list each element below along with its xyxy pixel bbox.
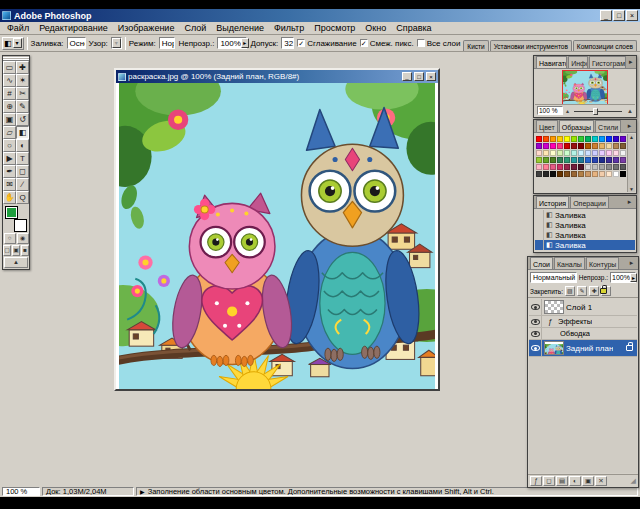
history-source-box[interactable]: [535, 240, 544, 250]
history-state[interactable]: ◧Заливка: [535, 230, 635, 240]
color-swatch[interactable]: [578, 143, 584, 149]
color-swatch[interactable]: [606, 157, 612, 163]
history-source-box[interactable]: [535, 210, 544, 220]
color-swatch[interactable]: [564, 143, 570, 149]
color-swatch[interactable]: [599, 171, 605, 177]
color-swatch[interactable]: [557, 171, 563, 177]
pattern-picker[interactable]: ▾: [111, 37, 122, 49]
color-swatch[interactable]: [620, 150, 626, 156]
tool-type[interactable]: T: [16, 152, 29, 165]
color-swatch[interactable]: [620, 143, 626, 149]
well-tab-layer-comps[interactable]: Композиции слоев: [573, 40, 637, 51]
tab-info[interactable]: Инфо: [568, 56, 588, 68]
color-swatch[interactable]: [613, 136, 619, 142]
color-swatch[interactable]: [550, 157, 556, 163]
scroll-up-icon[interactable]: ▲: [629, 134, 634, 140]
color-swatch[interactable]: [578, 164, 584, 170]
tool-pen[interactable]: ✒: [3, 165, 16, 178]
opacity-input[interactable]: 100% ▸: [217, 37, 247, 49]
color-swatch[interactable]: [536, 164, 542, 170]
color-swatch[interactable]: [606, 164, 612, 170]
document-close-button[interactable]: ×: [426, 72, 436, 81]
delete-layer-button[interactable]: ✕: [595, 476, 607, 486]
screen-mode-full-menubar-button[interactable]: ▣: [12, 245, 20, 256]
color-swatch[interactable]: [550, 136, 556, 142]
slider-knob[interactable]: [593, 108, 598, 115]
color-swatch[interactable]: [599, 143, 605, 149]
status-zoom-input[interactable]: 100 %: [2, 487, 40, 496]
menu-window[interactable]: Окно: [360, 23, 391, 33]
tool-brush[interactable]: ✎: [16, 100, 29, 113]
menu-filter[interactable]: Фильтр: [269, 23, 309, 33]
all-layers-checkbox[interactable]: Все слои: [417, 39, 461, 48]
effects-label[interactable]: Эффекты: [558, 317, 592, 326]
color-swatch[interactable]: [578, 136, 584, 142]
color-swatch[interactable]: [557, 164, 563, 170]
tab-styles[interactable]: Стили: [595, 120, 621, 132]
color-swatch[interactable]: [571, 171, 577, 177]
screen-mode-standard-button[interactable]: ▢: [3, 245, 11, 256]
palette-menu-icon[interactable]: ▸: [625, 120, 634, 132]
foreground-color-chip[interactable]: [5, 206, 18, 219]
color-swatch[interactable]: [543, 143, 549, 149]
navigator-zoom-slider[interactable]: [572, 106, 624, 116]
tool-rectangular-marquee[interactable]: ▭: [3, 61, 16, 74]
dropdown-arrow-icon[interactable]: ▾: [13, 38, 22, 48]
tab-paths[interactable]: Контуры: [586, 257, 619, 269]
tool-clone-stamp[interactable]: ▣: [3, 113, 16, 126]
lock-position-button[interactable]: ✚: [589, 286, 599, 296]
menu-layer[interactable]: Слой: [179, 23, 211, 33]
tool-move[interactable]: ✚: [16, 61, 29, 74]
color-swatch[interactable]: [564, 171, 570, 177]
checkbox-box[interactable]: [417, 39, 425, 47]
well-tab-brushes[interactable]: Кисти: [463, 40, 488, 51]
color-swatch[interactable]: [592, 157, 598, 163]
resize-grip-icon[interactable]: ◢: [631, 477, 636, 485]
color-swatch[interactable]: [550, 143, 556, 149]
menu-image[interactable]: Изображение: [113, 23, 180, 33]
color-swatch[interactable]: [550, 164, 556, 170]
tool-shape[interactable]: ◻: [16, 165, 29, 178]
lock-all-button[interactable]: [601, 286, 611, 296]
tool-slice[interactable]: ✂: [16, 87, 29, 100]
stroke-effect-label[interactable]: Обводка: [560, 329, 590, 338]
color-swatch[interactable]: [599, 157, 605, 163]
color-swatch[interactable]: [543, 171, 549, 177]
document-minimize-button[interactable]: _: [402, 72, 412, 81]
color-swatch[interactable]: [557, 136, 563, 142]
tab-navigator[interactable]: Навигатор: [536, 56, 567, 68]
tab-histogram[interactable]: Гистограмма: [589, 56, 626, 68]
color-swatch[interactable]: [578, 171, 584, 177]
document-titlebar[interactable]: раскраска.jpg @ 100% (Задний план, RGB/8…: [116, 70, 438, 83]
tool-magic-wand[interactable]: ✶: [16, 74, 29, 87]
tool-crop[interactable]: #: [3, 87, 16, 100]
color-swatch[interactable]: [536, 171, 542, 177]
quick-mask-button[interactable]: ◉: [17, 233, 29, 244]
color-swatch[interactable]: [536, 157, 542, 163]
color-swatch[interactable]: [592, 150, 598, 156]
color-swatch[interactable]: [585, 164, 591, 170]
color-swatch[interactable]: [557, 143, 563, 149]
menu-view[interactable]: Просмотр: [309, 23, 360, 33]
layer-row-stroke[interactable]: Обводка: [529, 328, 637, 340]
color-swatch[interactable]: [606, 171, 612, 177]
checkbox-box[interactable]: ✓: [360, 39, 368, 47]
visibility-toggle[interactable]: [529, 316, 542, 327]
navigator-zoom-value[interactable]: 100 %: [537, 106, 563, 115]
menu-help[interactable]: Справка: [391, 23, 436, 33]
dropdown-arrow-icon[interactable]: ▾: [112, 38, 121, 48]
fill-source-dropdown[interactable]: Основной цв. ▾: [67, 37, 86, 49]
color-swatch[interactable]: [585, 171, 591, 177]
layer-thumbnail[interactable]: [544, 300, 564, 314]
color-swatch[interactable]: [599, 150, 605, 156]
color-swatch[interactable]: [620, 136, 626, 142]
color-swatch[interactable]: [606, 150, 612, 156]
layer-row-layer-1[interactable]: Слой 1: [529, 299, 637, 316]
layer-name[interactable]: Слой 1: [566, 303, 592, 312]
color-swatch[interactable]: [557, 157, 563, 163]
color-swatch[interactable]: [557, 150, 563, 156]
adjustment-layer-button[interactable]: ◐: [569, 476, 581, 486]
color-swatch[interactable]: [571, 150, 577, 156]
standard-mode-button[interactable]: ○: [4, 233, 16, 244]
layer-opacity-input[interactable]: 100% ▸: [610, 272, 636, 283]
